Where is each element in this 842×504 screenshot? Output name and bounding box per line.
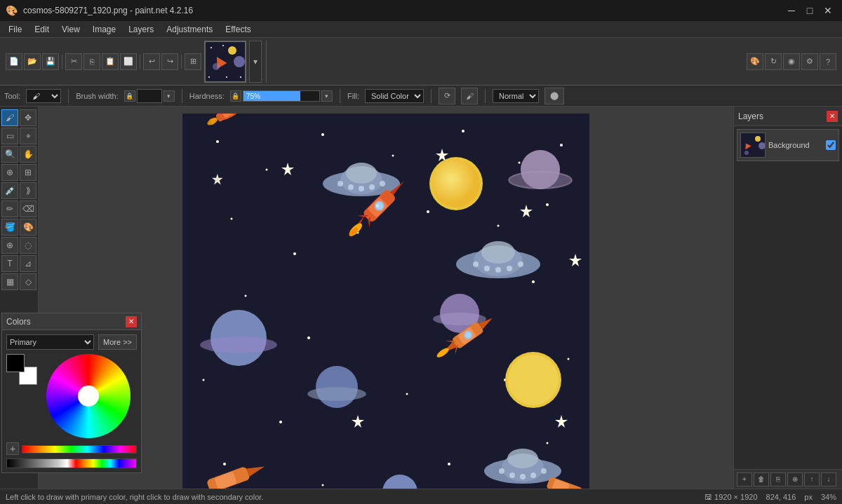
opacity-icon[interactable]: ⬤: [544, 88, 564, 104]
brush-texture-icon[interactable]: 🖌: [461, 88, 478, 104]
svg-point-74: [307, 387, 366, 401]
cut-icon[interactable]: ✂: [65, 53, 82, 70]
menu-effects[interactable]: Effects: [220, 23, 256, 36]
magic-wand-btn[interactable]: ⊕: [1, 164, 18, 181]
menu-image[interactable]: Image: [87, 23, 121, 36]
layer-down-btn[interactable]: ↓: [821, 472, 836, 486]
hardness-lock-icon[interactable]: 🔒: [230, 90, 241, 102]
menu-layers[interactable]: Layers: [123, 23, 159, 36]
select-lasso-btn[interactable]: ⌖: [20, 128, 36, 144]
redo-icon[interactable]: ↪: [161, 53, 178, 70]
svg-point-2: [234, 56, 245, 67]
duplicate-layer-btn[interactable]: ⎘: [770, 472, 786, 486]
hand-btn[interactable]: ✋: [20, 146, 36, 163]
title-bar: 🎨 cosmos-5809271_1920.png - paint.net 4.…: [0, 0, 842, 21]
move-tool-btn[interactable]: ✥: [20, 109, 36, 126]
maximize-button[interactable]: □: [801, 4, 818, 18]
help-icon[interactable]: ?: [820, 53, 836, 70]
paste-icon[interactable]: 📋: [102, 53, 119, 70]
svg-point-88: [509, 472, 515, 478]
add-layer-btn[interactable]: +: [737, 472, 752, 486]
zoom-btn[interactable]: 🔍: [1, 146, 18, 163]
brush-lock-icon[interactable]: 🔒: [124, 90, 135, 102]
crop-icon[interactable]: ⊞: [185, 53, 201, 70]
brush-tool-btn[interactable]: 🖌: [1, 109, 18, 126]
thumbnail-dropdown[interactable]: ▾: [249, 41, 262, 83]
primary-secondary-select[interactable]: Primary: [6, 334, 94, 350]
new-icon[interactable]: 📄: [6, 53, 22, 70]
svg-point-30: [406, 393, 408, 395]
undo-icon[interactable]: ↩: [143, 53, 160, 70]
colors-close-btn[interactable]: ✕: [126, 316, 137, 327]
recolor-btn[interactable]: 🎨: [20, 219, 36, 236]
copy-icon[interactable]: ⎘: [83, 53, 100, 70]
more-colors-btn[interactable]: More >>: [98, 334, 137, 350]
color-palette-strip[interactable]: [22, 445, 137, 454]
minimize-button[interactable]: ─: [783, 4, 800, 18]
menu-bar: File Edit View Image Layers Adjustments …: [0, 21, 842, 38]
menu-file[interactable]: File: [3, 23, 27, 36]
pencil-btn[interactable]: ✏: [1, 200, 18, 217]
svg-point-72: [200, 336, 277, 353]
menu-view[interactable]: View: [56, 23, 86, 36]
menu-edit[interactable]: Edit: [29, 23, 55, 36]
deselect-icon[interactable]: ⬜: [120, 53, 137, 70]
svg-point-22: [497, 225, 500, 227]
brush-width-arrow[interactable]: ▾: [163, 90, 175, 102]
color-wheel-icon[interactable]: ◉: [783, 53, 800, 70]
layers-close-btn[interactable]: ✕: [827, 111, 838, 122]
layer-visibility-checkbox[interactable]: [826, 140, 836, 150]
svg-point-27: [532, 280, 535, 283]
canvas-image[interactable]: [182, 114, 589, 489]
menu-adjustments[interactable]: Adjustments: [161, 23, 218, 36]
blur-btn[interactable]: ◌: [20, 237, 36, 254]
svg-point-53: [369, 184, 375, 190]
add-color-btn[interactable]: +: [6, 442, 19, 455]
open-icon[interactable]: 📂: [24, 53, 41, 70]
blend-mode-select[interactable]: Normal: [493, 89, 539, 103]
fill-select[interactable]: Solid Color: [365, 89, 424, 103]
delete-layer-btn[interactable]: 🗑: [754, 472, 769, 486]
color-wheel-container[interactable]: [46, 354, 131, 438]
hardness-slider[interactable]: 75%: [243, 90, 320, 102]
svg-point-90: [530, 472, 536, 478]
color-swatches-row[interactable]: [6, 458, 137, 468]
paint-bucket-btn[interactable]: 🪣: [1, 219, 18, 236]
clone-stamp-btn[interactable]: ⊕: [1, 237, 18, 254]
settings-icon[interactable]: ⚙: [801, 53, 818, 70]
tool-select[interactable]: 🖌: [26, 89, 61, 103]
hand-tool-btn[interactable]: ⟫: [20, 182, 36, 199]
svg-point-15: [462, 130, 465, 132]
close-button[interactable]: ✕: [820, 4, 836, 18]
layer-item-background[interactable]: Background: [737, 129, 839, 161]
refresh-icon[interactable]: ↻: [765, 53, 782, 70]
svg-point-4: [213, 63, 220, 70]
crop-tool-btn[interactable]: ⊞: [20, 164, 36, 181]
save-icon[interactable]: 💾: [42, 53, 59, 70]
text-btn[interactable]: T: [1, 255, 18, 272]
top-right-icons: 🎨 ↻ ◉ ⚙ ?: [747, 53, 836, 70]
thumb-bar: 📄 📂 💾 ✂ ⎘ 📋 ⬜ ↩ ↪ ⊞ ▾ 🎨: [0, 38, 842, 86]
right-panel: Layers ✕ Background: [733, 107, 842, 489]
layer-up-btn[interactable]: ↑: [804, 472, 820, 486]
primary-color-swatch[interactable]: [6, 354, 25, 372]
eyedropper-btn[interactable]: 💉: [1, 182, 18, 199]
brush-width-input[interactable]: 2: [137, 89, 162, 103]
brush-style-icon[interactable]: ⟳: [439, 88, 455, 104]
main-area: 🖌 ✥ ▭ ⌖ 🔍 ✋ ⊕ ⊞ 💉 ⟫ ✏ ⌫ 🪣 🎨 ⊕ ◌: [0, 107, 842, 489]
color-picker-icon[interactable]: 🎨: [747, 53, 763, 70]
layers-panel-header: Layers ✕: [734, 107, 842, 126]
svg-point-89: [520, 474, 526, 479]
canvas-area[interactable]: [39, 107, 733, 489]
select-rect-btn[interactable]: ▭: [1, 128, 18, 144]
eraser-btn[interactable]: ⌫: [20, 200, 36, 217]
svg-point-83: [508, 355, 559, 405]
merge-layer-btn[interactable]: ⊕: [787, 472, 803, 486]
gradient-btn[interactable]: ▦: [1, 273, 18, 290]
shapes-btn[interactable]: ◇: [20, 273, 36, 290]
color-wheel[interactable]: [46, 354, 131, 438]
canvas-thumbnail[interactable]: [204, 41, 246, 83]
hardness-arrow[interactable]: ▾: [321, 90, 333, 102]
svg-point-51: [348, 184, 354, 190]
align-btn[interactable]: ⊿: [20, 255, 36, 272]
